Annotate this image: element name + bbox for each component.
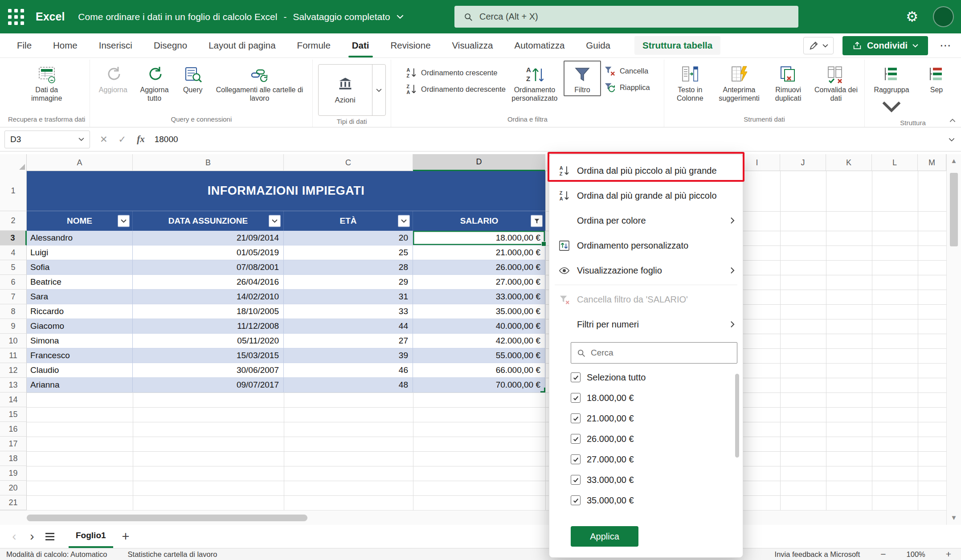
cell[interactable]: Francesco [27,348,133,363]
app-name[interactable]: Excel [36,10,65,23]
ribbon-tab-disegno[interactable]: Disegno [143,33,198,57]
row-header-4[interactable]: 4 [0,245,27,260]
checkbox-checked-icon[interactable] [571,495,581,505]
cell[interactable]: 30/06/2007 [133,363,284,378]
vertical-scrollbar-thumb[interactable] [950,173,958,246]
cell[interactable]: Giacomo [27,319,133,334]
row-header-10[interactable]: 10 [0,334,27,348]
cell[interactable]: 26/04/2016 [133,275,284,290]
cell[interactable]: 07/08/2001 [133,260,284,275]
filter-checkbox-item[interactable]: 26.000,00 € [549,429,743,449]
select-all-corner[interactable] [0,154,27,171]
menu-scrollbar-thumb[interactable] [735,374,739,458]
settings-gear-icon[interactable]: ⚙ [906,0,918,33]
cell[interactable]: 42.000,00 € [413,334,545,348]
group-rows-button[interactable]: Raggruppa [869,61,914,117]
search-input[interactable]: Cerca (Alt + X) [454,6,798,28]
horizontal-scrollbar-thumb[interactable] [27,515,307,521]
cell[interactable]: 70.000,00 € [413,378,545,392]
filter-active-button[interactable] [531,215,543,227]
menu-item-number-filters[interactable]: Filtri per numeri [549,312,743,337]
sheet-tab-foglio1[interactable]: Foglio1 [69,525,113,548]
column-header-J[interactable]: J [780,154,826,171]
column-header-K[interactable]: K [826,154,872,171]
header-eta[interactable]: ETÀ [284,211,413,231]
cell[interactable]: 11/12/2008 [133,319,284,334]
cell[interactable]: 18.000,00 € [413,231,545,245]
add-sheet-icon[interactable]: + [122,530,130,543]
row-header-19[interactable]: 19 [0,466,27,481]
menu-item-sheet-view[interactable]: Visualizzazione foglio [549,258,743,283]
sort-ascending-button[interactable]: AZ Ordinamento crescente [405,65,506,80]
custom-sort-button[interactable]: AZ Ordinamento personalizzato [508,61,561,104]
ribbon-tab-automatizza[interactable]: Automatizza [503,33,575,57]
filter-dropdown-button[interactable] [118,215,130,227]
filter-checkbox-item[interactable]: Seleziona tutto [549,367,743,388]
menu-item-custom-sort[interactable]: Ordinamento personalizzato [549,233,743,258]
cell[interactable]: 14/02/2010 [133,290,284,304]
header-salario[interactable]: SALARIO [413,211,545,231]
ribbon-tab-visualizza[interactable]: Visualizza [442,33,504,57]
sort-descending-button[interactable]: ZA Ordinamento decrescente [405,82,506,97]
column-header-B[interactable]: B [133,154,284,171]
row-header-8[interactable]: 8 [0,304,27,319]
row-header-1[interactable]: 1 [0,171,27,211]
ribbon-tab-layout-di-pagina[interactable]: Layout di pagina [198,33,286,57]
cell[interactable]: 26.000,00 € [413,260,545,275]
cell[interactable]: 66.000,00 € [413,363,545,378]
cell[interactable]: 20 [284,231,413,245]
row-header-9[interactable]: 9 [0,319,27,334]
checkbox-checked-icon[interactable] [571,454,581,464]
data-types-gallery[interactable]: Azioni [318,64,386,116]
header-data-assunzione[interactable]: DATA ASSUNZIONE [133,211,284,231]
ungroup-rows-button[interactable]: Sep [916,61,957,95]
checkbox-checked-icon[interactable] [571,372,581,382]
ribbon-tab-dati[interactable]: Dati [341,33,380,57]
checkbox-checked-icon[interactable] [571,393,581,403]
cell[interactable]: Alessandro [27,231,133,245]
gallery-chevron-icon[interactable] [372,65,385,115]
filter-search-input[interactable]: Cerca [571,342,737,364]
cell[interactable]: 05/11/2020 [133,334,284,348]
cell[interactable]: 31 [284,290,413,304]
cell[interactable]: 33.000,00 € [413,290,545,304]
filter-dropdown-button[interactable] [269,215,281,227]
menu-item-sort-smallest-to-largest[interactable]: AZ Ordina dal più piccolo al più grande [549,158,743,183]
refresh-all-button[interactable]: Aggiorna tutto [134,61,174,104]
name-box[interactable]: D3 [4,131,90,148]
scroll-up-icon[interactable]: ▲ [947,157,961,164]
zoom-out-icon[interactable]: − [880,549,886,560]
ribbon-tab-file[interactable]: File [6,33,42,57]
column-header-C[interactable]: C [284,154,413,171]
pen-mode-button[interactable] [803,37,834,54]
insert-function-icon[interactable]: fx [137,134,145,145]
cell[interactable]: 28 [284,260,413,275]
remove-duplicates-button[interactable]: Rimuovi duplicati [767,61,810,104]
collapse-ribbon-icon[interactable] [949,116,956,124]
scroll-down-icon[interactable]: ▼ [947,514,961,521]
filter-checkbox-item[interactable]: 18.000,00 € [549,388,743,408]
feedback-link[interactable]: Invia feedback a Microsoft [775,550,860,559]
menu-item-sort-largest-to-smallest[interactable]: ZA Ordina dal più grande al più piccolo [549,183,743,208]
row-header-2[interactable]: 2 [0,211,27,231]
cell[interactable]: Luigi [27,245,133,260]
row-header-15[interactable]: 15 [0,407,27,422]
zoom-level[interactable]: 100% [907,550,925,559]
filter-checkbox-item[interactable]: 27.000,00 € [549,449,743,470]
tab-struttura-tabella[interactable]: Struttura tabella [634,36,720,55]
cell[interactable]: 29 [284,275,413,290]
text-to-columns-button[interactable]: Testo in Colonne [669,61,712,104]
column-header-M[interactable]: M [918,154,946,171]
table-title[interactable]: INFORMAZIONI IMPIEGATI [27,171,545,211]
row-header-20[interactable]: 20 [0,481,27,495]
cell[interactable]: 40.000,00 € [413,319,545,334]
cell[interactable]: 44 [284,319,413,334]
header-nome[interactable]: NOME [27,211,133,231]
filter-checkbox-item[interactable]: 33.000,00 € [549,470,743,490]
ribbon-tab-inserisci[interactable]: Inserisci [88,33,143,57]
save-status[interactable]: Salvataggio completato [293,12,390,22]
row-header-16[interactable]: 16 [0,422,27,437]
formula-input[interactable]: 18000 [155,135,949,144]
ribbon-tab-home[interactable]: Home [42,33,88,57]
checkbox-checked-icon[interactable] [571,434,581,444]
